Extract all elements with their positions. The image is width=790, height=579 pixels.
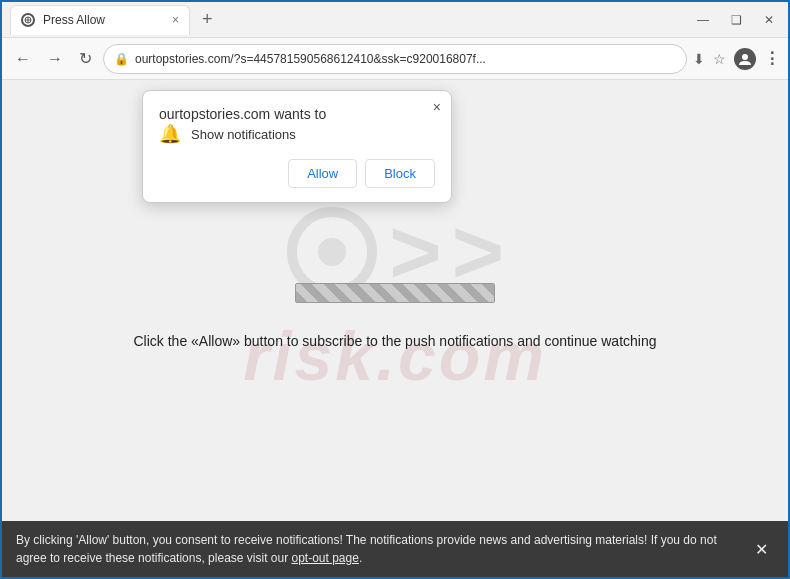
title-bar: Press Allow × + — ❑ ✕ [2, 2, 788, 38]
menu-dots-button[interactable]: ⋮ [764, 49, 780, 68]
popup-close-button[interactable]: × [433, 99, 441, 115]
progress-bar [295, 283, 495, 303]
back-button[interactable]: ← [10, 48, 36, 70]
address-text: ourtopstories.com/?s=445781590568612410&… [135, 52, 676, 66]
bookmark-icon[interactable]: ☆ [713, 51, 726, 67]
tab-favicon [21, 13, 35, 27]
bottom-bar: By clicking 'Allow' button, you consent … [2, 521, 788, 577]
bell-icon: 🔔 [159, 123, 181, 145]
maximize-button[interactable]: ❑ [725, 11, 748, 29]
forward-button[interactable]: → [42, 48, 68, 70]
address-icons: ⬇ ☆ ⋮ [693, 48, 780, 70]
page-instruction: Click the «Allow» button to subscribe to… [114, 333, 677, 349]
profile-button[interactable] [734, 48, 756, 70]
allow-button[interactable]: Allow [288, 159, 357, 188]
address-input[interactable]: 🔒 ourtopstories.com/?s=44578159056861241… [103, 44, 687, 74]
reload-button[interactable]: ↻ [74, 47, 97, 70]
svg-point-3 [742, 54, 748, 60]
tab-title: Press Allow [43, 13, 105, 27]
address-bar: ← → ↻ 🔒 ourtopstories.com/?s=44578159056… [2, 38, 788, 80]
opt-out-link[interactable]: opt-out page [291, 551, 358, 565]
popup-buttons: Allow Block [159, 159, 435, 188]
window-controls: — ❑ ✕ [691, 11, 780, 29]
bottom-bar-text: By clicking 'Allow' button, you consent … [16, 531, 739, 567]
popup-row-text: Show notifications [191, 127, 296, 142]
popup-title: ourtopstories.com wants to [159, 106, 326, 122]
download-icon[interactable]: ⬇ [693, 51, 705, 67]
popup-notification-row: 🔔 Show notifications [159, 123, 435, 145]
content-area: > > risk.com Click the «Allow» button to… [2, 80, 788, 521]
block-button[interactable]: Block [365, 159, 435, 188]
browser-window: Press Allow × + — ❑ ✕ ← → ↻ 🔒 ourtopstor… [0, 0, 790, 579]
progress-area [295, 283, 495, 303]
bottom-bar-close-button[interactable]: ✕ [749, 538, 774, 561]
browser-tab[interactable]: Press Allow × [10, 5, 190, 35]
close-button[interactable]: ✕ [758, 11, 780, 29]
notification-popup: ourtopstories.com wants to × 🔔 Show noti… [142, 90, 452, 203]
tab-close-btn[interactable]: × [172, 13, 179, 27]
minimize-button[interactable]: — [691, 11, 715, 29]
lock-icon: 🔒 [114, 52, 129, 66]
new-tab-button[interactable]: + [196, 9, 219, 30]
